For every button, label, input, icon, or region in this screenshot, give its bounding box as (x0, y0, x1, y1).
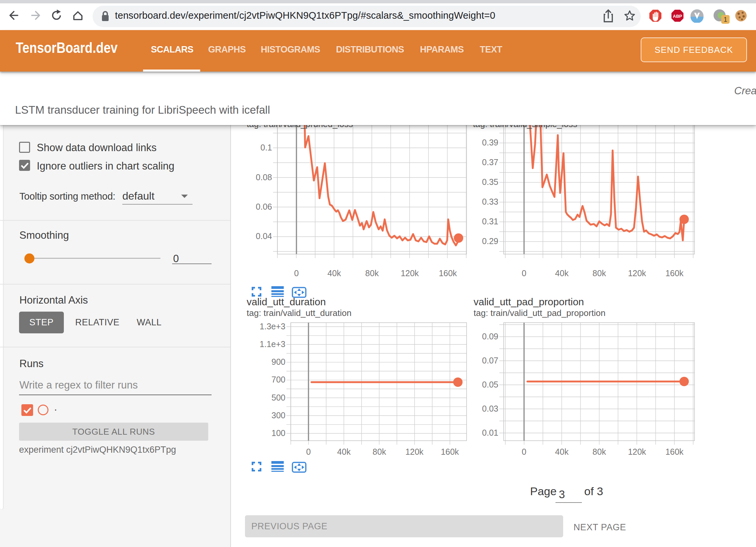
svg-text:0.37: 0.37 (482, 157, 498, 167)
svg-text:120k: 120k (628, 268, 646, 278)
svg-text:0.35: 0.35 (482, 177, 498, 187)
svg-text:0: 0 (522, 447, 526, 456)
svg-text:0.01: 0.01 (482, 428, 498, 437)
svg-text:0.03: 0.03 (482, 404, 498, 413)
svg-text:0.31: 0.31 (482, 217, 498, 226)
svg-text:120k: 120k (405, 447, 424, 456)
svg-text:80k: 80k (365, 268, 379, 278)
svg-text:80k: 80k (593, 268, 606, 278)
svg-text:40k: 40k (337, 447, 351, 456)
svg-text:40k: 40k (555, 447, 569, 456)
svg-text:0.1: 0.1 (260, 143, 272, 152)
svg-text:0.06: 0.06 (256, 202, 272, 211)
svg-text:0.29: 0.29 (482, 236, 498, 246)
svg-text:0.05: 0.05 (482, 380, 498, 389)
svg-text:0: 0 (294, 268, 299, 278)
svg-text:0.04: 0.04 (256, 231, 272, 241)
svg-text:0: 0 (306, 447, 311, 456)
svg-text:160k: 160k (665, 447, 684, 456)
svg-text:0.33: 0.33 (482, 197, 498, 206)
svg-text:0.07: 0.07 (482, 356, 498, 365)
svg-text:900: 900 (271, 357, 285, 366)
svg-text:40k: 40k (555, 268, 569, 278)
svg-text:300: 300 (271, 411, 285, 420)
svg-text:1: 1 (724, 16, 727, 23)
svg-text:700: 700 (271, 375, 285, 384)
svg-text:500: 500 (271, 393, 285, 402)
svg-text:160k: 160k (439, 268, 457, 278)
svg-text:80k: 80k (593, 447, 606, 456)
svg-text:160k: 160k (441, 447, 459, 456)
svg-text:0.39: 0.39 (482, 138, 498, 147)
svg-text:80k: 80k (373, 447, 386, 456)
svg-text:0.09: 0.09 (482, 332, 498, 341)
svg-text:120k: 120k (401, 268, 419, 278)
svg-text:1.1e+3: 1.1e+3 (260, 339, 285, 349)
svg-text:100: 100 (271, 428, 285, 438)
svg-text:160k: 160k (665, 268, 684, 278)
svg-text:1.3e+3: 1.3e+3 (260, 322, 285, 331)
svg-text:0: 0 (522, 268, 526, 278)
svg-text:40k: 40k (328, 268, 341, 278)
svg-text:ABP: ABP (673, 14, 682, 19)
svg-text:0.08: 0.08 (256, 173, 272, 182)
svg-text:120k: 120k (628, 447, 646, 456)
